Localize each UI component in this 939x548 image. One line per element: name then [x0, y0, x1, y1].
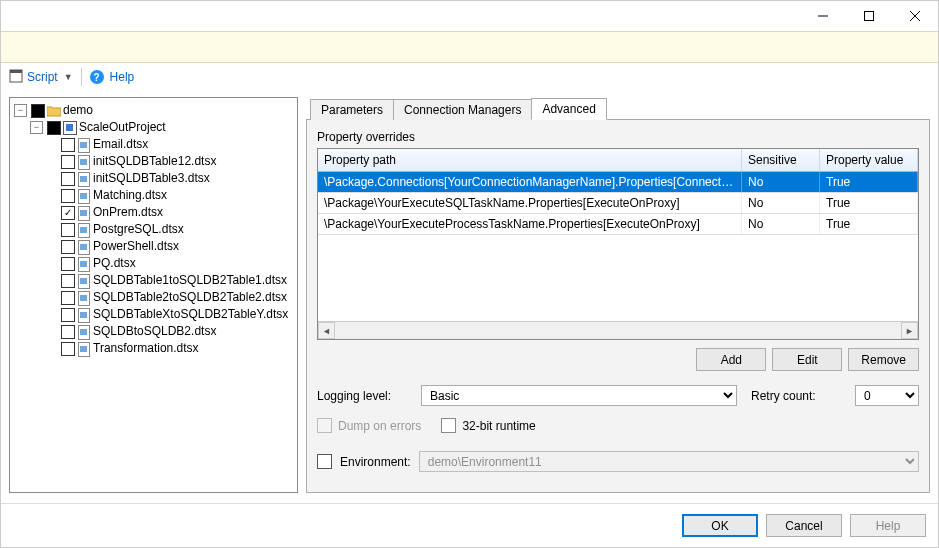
checkbox[interactable] — [61, 240, 75, 254]
table-row[interactable]: \Package.Connections[YourConnectionManag… — [318, 172, 918, 193]
tree-label: OnPrem.dtsx — [93, 204, 163, 221]
tree-label: PostgreSQL.dtsx — [93, 221, 184, 238]
tree-package[interactable]: SQLDBTable1toSQLDB2Table1.dtsx — [46, 272, 295, 289]
environment-select: demo\Environment11 — [419, 451, 919, 472]
property-overrides-grid[interactable]: Property path Sensitive Property value \… — [317, 148, 919, 340]
tab-advanced[interactable]: Advanced — [531, 98, 606, 120]
package-icon — [77, 240, 91, 254]
tree-package[interactable]: SQLDBTableXtoSQLDB2TableY.dtsx — [46, 306, 295, 323]
tab-parameters[interactable]: Parameters — [310, 99, 394, 120]
package-icon — [77, 138, 91, 152]
titlebar — [1, 1, 938, 31]
checkbox[interactable] — [47, 121, 61, 135]
checkbox[interactable] — [61, 189, 75, 203]
spacer — [46, 207, 57, 218]
tree-label: SQLDBTable1toSQLDB2Table1.dtsx — [93, 272, 287, 289]
tree-package[interactable]: SQLDBTable2toSQLDB2Table2.dtsx — [46, 289, 295, 306]
collapse-icon[interactable]: − — [30, 121, 43, 134]
checkbox[interactable] — [61, 308, 75, 322]
chevron-down-icon: ▼ — [64, 72, 73, 82]
checkbox[interactable] — [61, 206, 75, 220]
cell-value: True — [820, 193, 918, 213]
tab-bar: Parameters Connection Managers Advanced — [306, 97, 930, 119]
add-button[interactable]: Add — [696, 348, 766, 371]
horizontal-scrollbar[interactable]: ◄ ► — [318, 321, 918, 339]
tree-project[interactable]: − ScaleOutProject — [30, 119, 295, 136]
help-icon: ? — [90, 70, 104, 84]
tab-content-advanced: Property overrides Property path Sensiti… — [306, 119, 930, 493]
cell-path: \Package\YourExecuteSQLTaskName.Properti… — [318, 193, 742, 213]
scroll-right-icon[interactable]: ► — [901, 322, 918, 339]
package-icon — [77, 325, 91, 339]
checkbox-icon — [317, 418, 332, 433]
col-sensitive[interactable]: Sensitive — [742, 149, 820, 171]
logging-level-label: Logging level: — [317, 389, 411, 403]
package-icon — [77, 257, 91, 271]
collapse-icon[interactable]: − — [14, 104, 27, 117]
checkbox[interactable] — [61, 274, 75, 288]
tree-package[interactable]: OnPrem.dtsx — [46, 204, 295, 221]
tree-label: Matching.dtsx — [93, 187, 167, 204]
tree-label: SQLDBTable2toSQLDB2Table2.dtsx — [93, 289, 287, 306]
checkbox[interactable] — [61, 257, 75, 271]
tree-label: PowerShell.dtsx — [93, 238, 179, 255]
cell-path: \Package\YourExecuteProcessTaskName.Prop… — [318, 214, 742, 234]
checkbox[interactable] — [61, 138, 75, 152]
checkbox[interactable] — [61, 155, 75, 169]
tree-root[interactable]: − demo — [14, 102, 295, 119]
project-icon — [63, 121, 77, 135]
checkbox[interactable] — [61, 172, 75, 186]
checkbox-icon — [441, 418, 456, 433]
package-icon — [77, 206, 91, 220]
folder-icon — [47, 105, 61, 117]
checkbox[interactable] — [61, 342, 75, 356]
table-row[interactable]: \Package\YourExecuteProcessTaskName.Prop… — [318, 214, 918, 235]
package-icon — [77, 291, 91, 305]
col-property-path[interactable]: Property path — [318, 149, 742, 171]
checkbox[interactable] — [31, 104, 45, 118]
dialog-footer: OK Cancel Help — [1, 504, 938, 547]
tree-package[interactable]: initSQLDBTable3.dtsx — [46, 170, 295, 187]
edit-button[interactable]: Edit — [772, 348, 842, 371]
svg-rect-1 — [865, 12, 874, 21]
tree-package[interactable]: Matching.dtsx — [46, 187, 295, 204]
package-icon — [77, 223, 91, 237]
tree-label: SQLDBtoSQLDB2.dtsx — [93, 323, 216, 340]
checkbox[interactable] — [61, 325, 75, 339]
retry-count-select[interactable]: 0 — [855, 385, 919, 406]
help-button[interactable]: Help — [850, 514, 926, 537]
spacer — [46, 156, 57, 167]
spacer — [46, 241, 57, 252]
spacer — [46, 309, 57, 320]
help-link[interactable]: Help — [110, 70, 135, 84]
checkbox[interactable] — [61, 291, 75, 305]
table-row[interactable]: \Package\YourExecuteSQLTaskName.Properti… — [318, 193, 918, 214]
cancel-button[interactable]: Cancel — [766, 514, 842, 537]
cell-sensitive: No — [742, 172, 820, 192]
tree-package[interactable]: PostgreSQL.dtsx — [46, 221, 295, 238]
tree-package[interactable]: SQLDBtoSQLDB2.dtsx — [46, 323, 295, 340]
close-button[interactable] — [892, 1, 938, 31]
col-property-value[interactable]: Property value — [820, 149, 918, 171]
tree-package[interactable]: PQ.dtsx — [46, 255, 295, 272]
script-dropdown[interactable]: Script — [27, 70, 58, 84]
package-icon — [77, 172, 91, 186]
maximize-button[interactable] — [846, 1, 892, 31]
tree-label: PQ.dtsx — [93, 255, 136, 272]
remove-button[interactable]: Remove — [848, 348, 919, 371]
tree-panel[interactable]: − demo − ScaleOutProject — [9, 97, 298, 493]
tree-package[interactable]: initSQLDBTable12.dtsx — [46, 153, 295, 170]
tree-package[interactable]: Transformation.dtsx — [46, 340, 295, 357]
runtime-32bit-checkbox[interactable]: 32-bit runtime — [441, 418, 535, 433]
minimize-button[interactable] — [800, 1, 846, 31]
tab-connection-managers[interactable]: Connection Managers — [393, 99, 532, 120]
environment-checkbox[interactable] — [317, 454, 332, 469]
scroll-left-icon[interactable]: ◄ — [318, 322, 335, 339]
ok-button[interactable]: OK — [682, 514, 758, 537]
logging-level-select[interactable]: Basic — [421, 385, 737, 406]
spacer — [46, 173, 57, 184]
checkbox[interactable] — [61, 223, 75, 237]
package-icon — [77, 274, 91, 288]
tree-package[interactable]: PowerShell.dtsx — [46, 238, 295, 255]
tree-package[interactable]: Email.dtsx — [46, 136, 295, 153]
